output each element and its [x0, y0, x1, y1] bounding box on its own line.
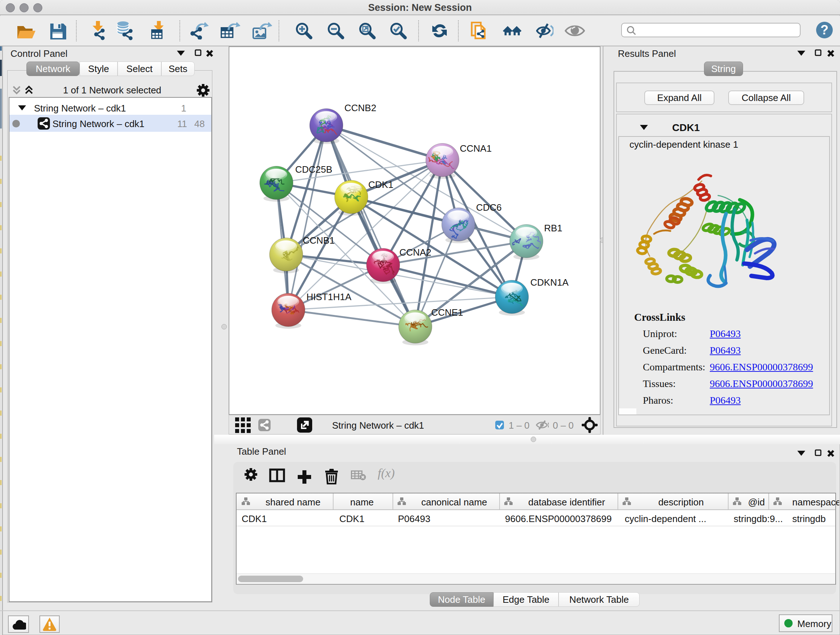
- svg-text:HIST1H1A: HIST1H1A: [306, 291, 352, 302]
- svg-text:CCNA1: CCNA1: [460, 143, 492, 154]
- svg-text:CDC6: CDC6: [476, 202, 502, 213]
- svg-text:RB1: RB1: [544, 223, 562, 233]
- svg-text:CCNB2: CCNB2: [344, 103, 376, 113]
- svg-text:CCNA2: CCNA2: [399, 247, 431, 258]
- svg-text:CDKN1A: CDKN1A: [531, 277, 569, 288]
- svg-text:CDK1: CDK1: [368, 179, 393, 190]
- svg-text:CCNB1: CCNB1: [303, 235, 335, 246]
- svg-text:CDC25B: CDC25B: [295, 164, 332, 175]
- svg-text:?: ?: [821, 22, 829, 37]
- svg-text:CCNE1: CCNE1: [431, 307, 463, 318]
